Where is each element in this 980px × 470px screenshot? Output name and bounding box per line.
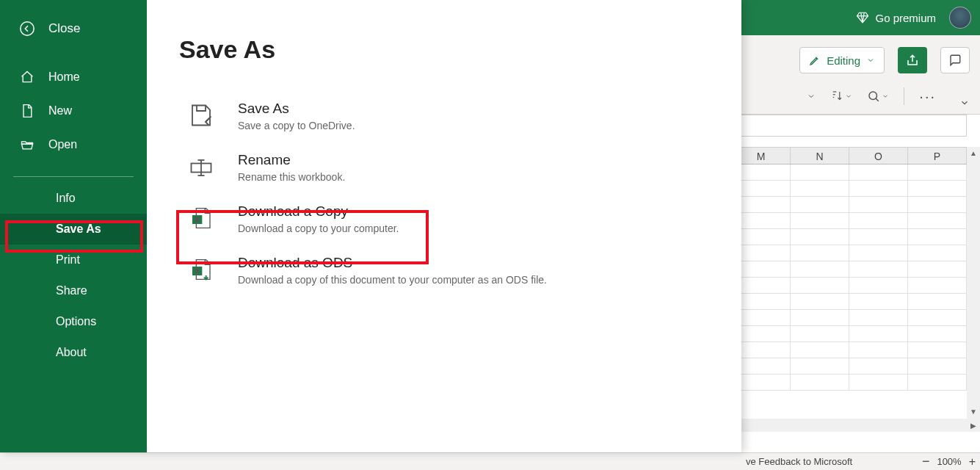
go-premium-button[interactable]: Go premium [856, 11, 936, 24]
nav-home[interactable]: Home [0, 60, 147, 94]
rename-icon [186, 152, 216, 181]
chevron-down-icon [845, 93, 852, 100]
folder-open-icon [19, 137, 35, 153]
column-headers: M N O P [732, 147, 967, 164]
back-button[interactable]: Close [0, 0, 147, 57]
option-rename[interactable]: Rename Rename this workbook. [179, 142, 709, 193]
nav-divider [13, 176, 134, 177]
page-title: Save As [179, 35, 709, 64]
zoom-value: 100% [937, 456, 961, 467]
nav-share[interactable]: Share [0, 275, 147, 306]
option-title: Rename [238, 152, 345, 168]
nav-label: Options [56, 315, 96, 328]
nav-open[interactable]: Open [0, 128, 147, 162]
option-desc: Rename this workbook. [238, 171, 345, 183]
column-header[interactable]: N [791, 148, 849, 164]
zoom-out-button[interactable]: − [922, 454, 930, 469]
user-avatar[interactable] [949, 7, 971, 29]
share-button[interactable] [898, 47, 927, 73]
vertical-scrollbar[interactable]: ▲ ▼ [967, 147, 980, 419]
nav-label: Info [56, 192, 76, 205]
zoom-in-button[interactable]: + [969, 455, 976, 469]
nav-label: Share [56, 284, 87, 297]
svg-point-1 [21, 22, 34, 35]
column-header[interactable]: P [908, 148, 967, 164]
nav-print[interactable]: Print [0, 245, 147, 275]
ribbon-secondary: ··· [807, 87, 936, 105]
ribbon-dropdown-1[interactable] [807, 92, 816, 101]
svg-point-0 [869, 92, 877, 100]
scroll-up-icon[interactable]: ▲ [970, 147, 977, 160]
option-title: Download a Copy [238, 203, 399, 220]
option-title: Save As [238, 101, 355, 117]
feedback-link[interactable]: ve Feedback to Microsoft [746, 456, 852, 467]
chevron-down-icon [807, 92, 816, 101]
editing-mode-label: Editing [827, 54, 860, 67]
home-icon [19, 69, 35, 85]
comments-button[interactable] [940, 47, 970, 73]
scroll-down-icon[interactable]: ▼ [970, 405, 977, 419]
diamond-icon [856, 11, 869, 24]
more-commands-button[interactable]: ··· [919, 88, 936, 105]
pencil-icon [809, 54, 821, 66]
horizontal-scrollbar[interactable]: ▶ [730, 419, 980, 432]
comment-icon [948, 54, 962, 67]
option-download-copy[interactable]: X Download a Copy Download a copy to you… [179, 193, 709, 245]
sort-filter-button[interactable] [830, 90, 852, 103]
scroll-right-icon[interactable]: ▶ [967, 422, 980, 430]
status-bar: ve Feedback to Microsoft − 100% + [0, 452, 980, 470]
collapse-ribbon-button[interactable] [959, 98, 970, 108]
editing-mode-button[interactable]: Editing [799, 47, 885, 73]
search-icon [867, 90, 880, 103]
chevron-down-icon [882, 93, 889, 100]
nav-label: About [56, 346, 87, 359]
chevron-down-icon [866, 56, 875, 65]
spreadsheet-grid[interactable] [732, 164, 967, 411]
option-save-as[interactable]: Save As Save a copy to OneDrive. [179, 90, 709, 142]
backstage-panel: Close Home New [0, 0, 741, 452]
nav-label: Print [56, 253, 80, 267]
nav-new[interactable]: New [0, 94, 147, 128]
back-label: Close [48, 21, 80, 36]
option-title: Download as ODS [238, 255, 547, 271]
nav-save-as[interactable]: Save As [0, 214, 147, 245]
svg-text:X: X [195, 267, 200, 275]
option-desc: Download a copy of this document to your… [238, 274, 547, 286]
option-desc: Save a copy to OneDrive. [238, 120, 355, 131]
nav-about[interactable]: About [0, 337, 147, 368]
formula-bar[interactable] [732, 115, 967, 137]
nav-label: Open [48, 138, 77, 151]
find-button[interactable] [867, 90, 889, 103]
go-premium-label: Go premium [875, 12, 936, 24]
back-arrow-icon [19, 21, 35, 37]
nav-label: Home [48, 70, 80, 84]
nav-info[interactable]: Info [0, 183, 147, 214]
app-root: Go premium Editing [0, 0, 980, 470]
excel-file-icon: X [186, 203, 216, 233]
column-header[interactable]: O [849, 148, 908, 164]
share-icon [906, 54, 919, 67]
chevron-down-icon [959, 98, 970, 108]
sort-icon [830, 90, 843, 103]
nav-label: New [48, 104, 72, 118]
save-as-icon [186, 101, 216, 130]
nav-options[interactable]: Options [0, 306, 147, 337]
option-download-ods[interactable]: X Download as ODS Download a copy of thi… [179, 245, 709, 296]
backstage-content: Save As Save As Save a copy to OneDrive.… [147, 0, 741, 452]
svg-text:X: X [195, 216, 200, 223]
backstage-sidebar: Close Home New [0, 0, 147, 452]
option-desc: Download a copy to your computer. [238, 223, 399, 234]
nav-label: Save As [56, 223, 101, 236]
ods-file-icon: X [186, 255, 216, 284]
document-icon [19, 103, 35, 119]
